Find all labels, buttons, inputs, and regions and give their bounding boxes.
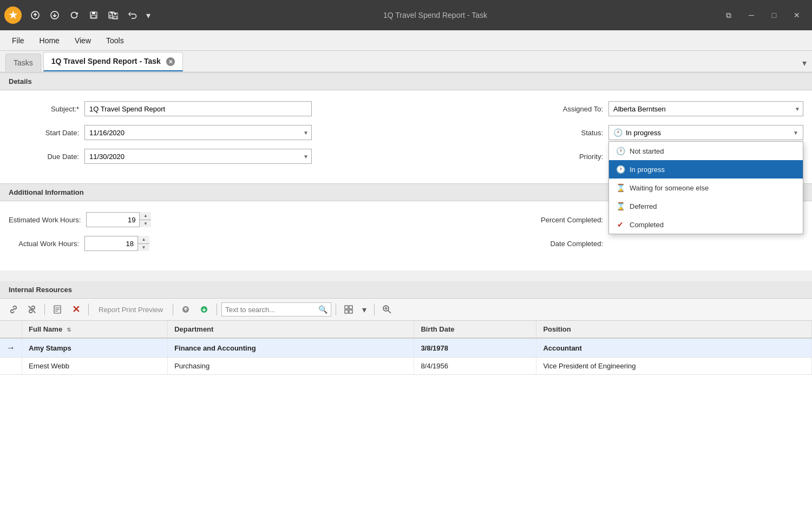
status-option-in-progress[interactable]: 🕐 In progress [609,160,803,179]
status-option-not-started[interactable]: 🕐 Not started [609,142,803,160]
percent-completed-label: Percent Completed: [533,216,603,224]
svg-rect-17 [349,310,352,313]
zoom-btn[interactable] [379,302,395,317]
up-arrow-btn[interactable] [27,7,43,23]
search-icon: 🔍 [318,305,328,314]
not-started-icon: 🕐 [615,146,625,156]
cell-birthdate-1: 3/8/1978 [414,338,536,358]
status-option-waiting[interactable]: ⌛ Waiting for someone else [609,179,803,197]
maximize-btn[interactable]: □ [763,7,785,23]
due-date-label: Due Date: [9,153,79,161]
start-date-select[interactable]: 11/16/2020 [84,125,312,140]
start-date-group: Start Date: 11/16/2020 ▼ [9,125,312,140]
status-option-deferred[interactable]: ⌛ Deferred [609,197,803,215]
title-bar: ★ ▾ 1Q Travel Spend Report - Task ⧉ ─ □ … [0,0,812,30]
actual-hours-down[interactable]: ▼ [138,244,149,252]
table-row[interactable]: → Amy Stamps Finance and Accounting 3/8/… [0,338,812,358]
col-department: Department [168,321,414,338]
cell-position-2: Vice President of Engineering [536,358,812,375]
sep-5 [336,303,336,315]
status-label: Status: [533,129,603,137]
menu-bar: File Home View Tools [0,30,812,51]
resources-table: Full Name ⇅ Department Birth Date Positi… [0,321,812,375]
grid-view-btn[interactable] [340,302,357,317]
window-controls: ⧉ ─ □ ✕ [718,7,808,23]
grid-dropdown-btn[interactable]: ▾ [359,302,370,317]
sep-2 [88,303,89,315]
cell-fullname-2: Ernest Webb [22,358,168,375]
tab-tasks[interactable]: Tasks [5,54,41,71]
status-select-display[interactable]: 🕐 In progress ▼ [608,125,803,140]
svg-rect-16 [345,310,348,313]
restore-btn[interactable]: ⧉ [718,7,739,23]
delete-btn[interactable]: ✕ [68,302,84,317]
details-form: Subject:* Assigned To: Alberta Berntsen … [0,90,812,183]
window-title: 1Q Travel Spend Report - Task [153,11,718,19]
form-row-2: Start Date: 11/16/2020 ▼ Status: 🕐 In pr… [9,125,803,140]
estimated-hours-wrapper: ▲ ▼ [86,212,151,227]
close-btn[interactable]: ✕ [786,7,808,23]
subject-group: Subject:* [9,101,312,116]
undo-btn[interactable] [125,7,141,23]
search-input[interactable] [225,306,316,314]
minimize-btn[interactable]: ─ [741,7,762,23]
estimated-hours-down[interactable]: ▼ [140,220,151,228]
assigned-to-select[interactable]: Alberta Berntsen [608,101,803,116]
svg-rect-15 [349,306,352,309]
table-row[interactable]: Ernest Webb Purchasing 8/4/1956 Vice Pre… [0,358,812,375]
link-btn[interactable] [5,302,22,317]
status-dropdown-arrow: ▼ [793,130,798,136]
move-up-btn[interactable] [178,302,194,317]
sep-1 [44,303,45,315]
status-group: Status: 🕐 In progress ▼ 🕐 Not started [533,125,803,140]
main-content: Details Subject:* Assigned To: Alberta B… [0,72,812,515]
app-logo: ★ [4,6,22,24]
tab-close-btn[interactable]: ✕ [166,57,175,66]
status-icon: 🕐 [613,128,623,137]
report-print-preview-btn[interactable]: Report Print Preview [93,302,168,317]
assigned-to-group: Assigned To: Alberta Berntsen ▼ [533,101,803,116]
save-btn[interactable] [86,7,102,23]
tab-dropdown-btn[interactable]: ▾ [802,58,807,68]
tab-task-detail[interactable]: 1Q Travel Spend Report - Task ✕ [43,52,183,72]
spacer [0,270,812,281]
move-down-btn[interactable] [196,302,212,317]
menu-view[interactable]: View [68,33,97,48]
svg-rect-6 [110,12,113,14]
subject-label: Subject:* [9,105,79,113]
unlink-btn[interactable] [24,302,40,317]
due-date-select[interactable]: 11/30/2020 [84,149,312,164]
internal-resources-header: Internal Resources [0,281,812,299]
save-as-btn[interactable] [105,7,121,23]
form-row-5: Actual Work Hours: ▲ ▼ Date Completed: [9,236,803,251]
row-indicator-2 [0,358,22,375]
actual-hours-wrapper: ▲ ▼ [84,236,149,251]
status-dropdown: 🕐 Not started 🕐 In progress ⌛ Waiting fo… [608,141,803,234]
search-wrapper: 🔍 [221,302,331,316]
col-fullname: Full Name ⇅ [22,321,168,338]
toolbar-icons: ★ ▾ [4,6,153,24]
details-section-header: Details [0,72,812,90]
col-birthdate: Birth Date [414,321,536,338]
waiting-icon: ⌛ [615,183,625,193]
cell-birthdate-2: 8/4/1956 [414,358,536,375]
undo-dropdown-btn[interactable]: ▾ [144,7,153,23]
fullname-sort-icon[interactable]: ⇅ [67,327,71,333]
cell-fullname-1: Amy Stamps [22,338,168,358]
menu-file[interactable]: File [5,33,31,48]
status-option-completed[interactable]: ✔ Completed [609,215,803,234]
down-arrow-btn[interactable] [47,7,63,23]
assigned-to-label: Assigned To: [533,105,603,113]
tab-bar: Tasks 1Q Travel Spend Report - Task ✕ ▾ [0,51,812,72]
estimated-hours-up[interactable]: ▲ [140,212,151,220]
status-value: In progress [626,129,790,137]
date-completed-label: Date Completed: [533,240,603,248]
col-indicator [0,321,22,338]
actual-hours-up[interactable]: ▲ [138,236,149,244]
new-doc-btn[interactable] [49,302,66,317]
subject-input[interactable] [84,101,312,116]
in-progress-icon: 🕐 [615,164,625,174]
menu-home[interactable]: Home [33,33,66,48]
refresh-btn[interactable] [66,7,82,23]
menu-tools[interactable]: Tools [100,33,130,48]
